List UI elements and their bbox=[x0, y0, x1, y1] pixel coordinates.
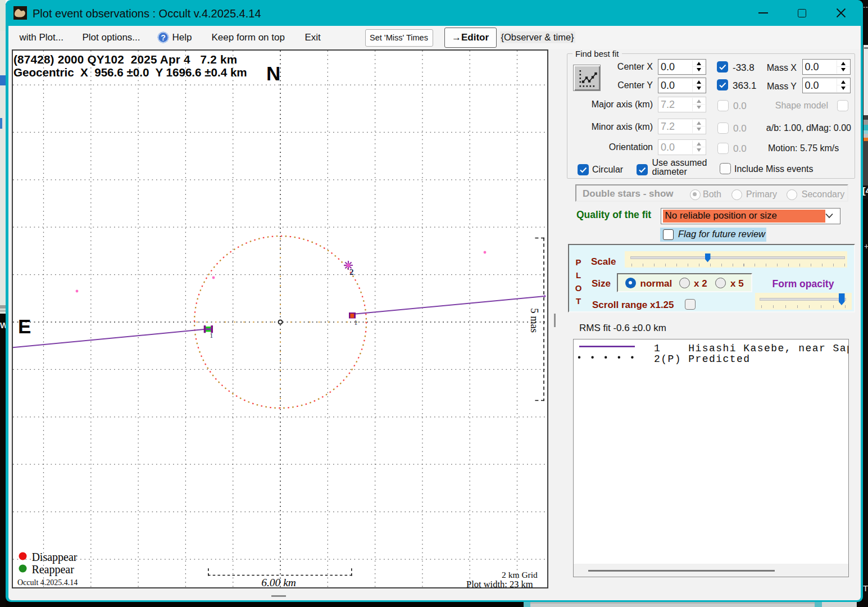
svg-text:Occult 4.2025.4.14: Occult 4.2025.4.14 bbox=[17, 578, 78, 587]
svg-text:2: 2 bbox=[349, 268, 354, 277]
svg-text:1: 1 bbox=[354, 318, 358, 327]
svg-text:Plot width: 23 km: Plot width: 23 km bbox=[466, 579, 533, 587]
svg-text:1: 1 bbox=[210, 331, 213, 339]
svg-text:Geocentric X 956.6 ±0.0 Y 1: Geocentric X 956.6 ±0.0 Y 1696.6 ±0.4 km bbox=[13, 66, 247, 79]
svg-text:5 mas: 5 mas bbox=[529, 308, 540, 333]
svg-text:E: E bbox=[18, 315, 31, 337]
svg-text:6.00 km: 6.00 km bbox=[261, 577, 296, 587]
svg-text:?: ? bbox=[161, 33, 166, 42]
svg-text:(87428) 2000 QY102 2025 Apr 4: (87428) 2000 QY102 2025 Apr 4 7.2 km bbox=[13, 53, 237, 66]
svg-text:Reappear: Reappear bbox=[31, 563, 74, 576]
svg-text:N: N bbox=[266, 62, 280, 84]
svg-text:Disappear: Disappear bbox=[31, 551, 77, 564]
